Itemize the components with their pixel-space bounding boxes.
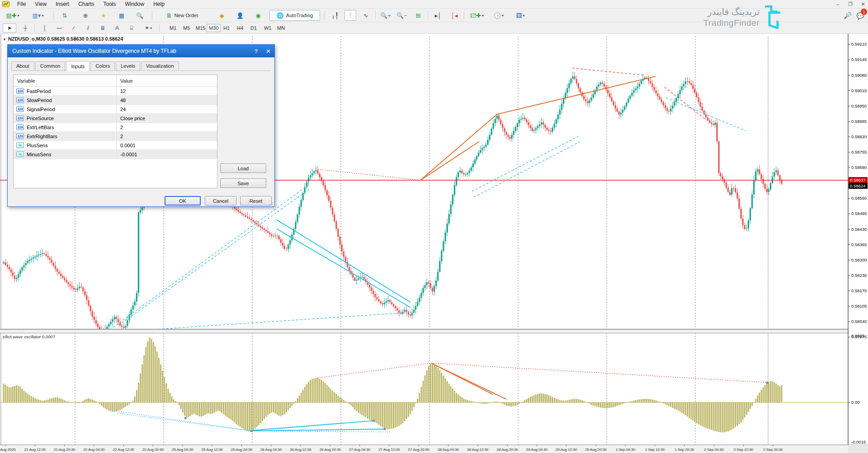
menu-item-charts[interactable]: Charts bbox=[74, 0, 99, 8]
svg-text:29 Aug 20:30: 29 Aug 20:30 bbox=[585, 448, 607, 452]
timeframe-m30[interactable]: M30 bbox=[207, 24, 221, 32]
tab-visualization[interactable]: Visualization bbox=[141, 61, 179, 70]
tab-colors[interactable]: Colors bbox=[90, 61, 115, 70]
candle-chart-icon[interactable]: 🕯 bbox=[344, 10, 356, 21]
panel-splitter[interactable] bbox=[0, 330, 868, 333]
ok-button[interactable]: OK bbox=[165, 196, 201, 205]
candle-body bbox=[753, 180, 755, 195]
timeframe-h1[interactable]: H1 bbox=[221, 24, 232, 32]
menu-item-view[interactable]: View bbox=[30, 0, 51, 8]
periods-button[interactable]: 🕓▾ bbox=[490, 10, 507, 21]
menu-item-help[interactable]: Help bbox=[149, 0, 169, 8]
market-watch-icon[interactable]: ⇅ bbox=[59, 10, 71, 21]
arrows-tool[interactable]: ✦▾ bbox=[140, 23, 156, 33]
param-row-plussens[interactable]: ½PlusSens0.0001 bbox=[14, 141, 217, 150]
resize-grip[interactable] bbox=[269, 201, 274, 205]
price-axis[interactable] bbox=[848, 34, 868, 445]
cancel-button[interactable]: Cancel bbox=[205, 196, 236, 205]
notifications-icon[interactable]: 💬1 bbox=[857, 12, 864, 19]
menu-item-window[interactable]: Window bbox=[121, 0, 149, 8]
candle-body bbox=[276, 236, 278, 236]
toolbar-grip[interactable] bbox=[324, 11, 326, 20]
menu-item-insert[interactable]: Insert bbox=[51, 0, 74, 8]
chart-shift-icon[interactable]: │◂ bbox=[448, 10, 460, 21]
param-row-slowperiod[interactable]: 123SlowPeriod48 bbox=[14, 96, 217, 105]
oscillator-bar bbox=[277, 402, 278, 415]
param-row-pricesource[interactable]: 123PriceSourceClose price bbox=[14, 114, 217, 123]
timeframe-w1[interactable]: W1 bbox=[262, 24, 274, 32]
tab-common[interactable]: Common bbox=[35, 61, 66, 70]
zoom-in-icon[interactable]: 🔍+ bbox=[380, 10, 392, 21]
vertical-line-tool[interactable]: │ bbox=[39, 23, 51, 33]
zoom-out-icon[interactable]: 🔍− bbox=[396, 10, 408, 21]
candle-body bbox=[363, 277, 365, 280]
profiles-button[interactable]: ▥▾▾ bbox=[28, 10, 48, 21]
dialog-title-bar[interactable]: Custom Indicator - Elliott Wave Oscillat… bbox=[8, 45, 274, 57]
param-row-extrleftbars[interactable]: 123ExtrLeftBars2 bbox=[14, 123, 217, 132]
load-button[interactable]: Load bbox=[220, 163, 266, 173]
strategy-tester-icon[interactable]: 🔍 bbox=[134, 10, 146, 21]
timeframe-m1[interactable]: M1 bbox=[167, 24, 179, 32]
param-row-fastperiod[interactable]: 123FastPeriod12 bbox=[14, 87, 217, 96]
oscillator-bar bbox=[49, 399, 51, 402]
new-order-button[interactable]: 🗎New Order bbox=[157, 10, 207, 21]
line-chart-icon[interactable]: ∿ bbox=[360, 10, 372, 21]
panel-splitter[interactable] bbox=[0, 333, 868, 333]
param-value[interactable]: Close price bbox=[117, 116, 145, 121]
panel-splitter[interactable] bbox=[0, 329, 868, 330]
horizontal-line-tool[interactable]: — bbox=[53, 23, 65, 33]
timeframe-d1[interactable]: D1 bbox=[248, 24, 259, 32]
tab-inputs[interactable]: Inputs bbox=[66, 61, 90, 71]
timeframe-m15[interactable]: M15 bbox=[193, 24, 208, 32]
search-icon[interactable]: 🔎 bbox=[844, 12, 852, 19]
menu-item-tools[interactable]: Tools bbox=[99, 0, 121, 8]
tab-about[interactable]: About bbox=[11, 61, 34, 70]
menu-item-file[interactable]: File bbox=[13, 0, 30, 8]
param-value[interactable]: 2 bbox=[117, 134, 123, 139]
oscillator-bar bbox=[668, 402, 670, 406]
indicators-button[interactable]: 🗠✚▾ bbox=[468, 10, 486, 21]
label-tool[interactable]: ⌸ bbox=[126, 23, 137, 33]
parameters-table[interactable]: Variable Value 123FastPeriod12123SlowPer… bbox=[13, 75, 217, 188]
trendline-tool[interactable]: ∕ bbox=[68, 23, 80, 33]
param-value[interactable]: 24 bbox=[117, 107, 126, 112]
save-button[interactable]: Save bbox=[220, 178, 266, 188]
param-row-extrrightbars[interactable]: 123ExtrRightBars2 bbox=[14, 132, 217, 141]
param-value[interactable]: 48 bbox=[117, 98, 126, 103]
cursor-tool[interactable]: ➤ bbox=[3, 23, 16, 33]
fibonacci-tool[interactable]: ≣ bbox=[97, 23, 108, 33]
param-row-minussens[interactable]: ½MinusSens-0.0001 bbox=[14, 150, 217, 159]
data-window-icon[interactable]: ⊕ bbox=[80, 10, 91, 21]
signals-icon[interactable]: ◉ bbox=[252, 10, 264, 21]
metaeditor-icon[interactable]: 👤 bbox=[234, 10, 246, 21]
deposit-icon[interactable]: ◆ bbox=[216, 10, 228, 21]
elliott-dot bbox=[184, 417, 187, 419]
param-value[interactable]: -0.0001 bbox=[117, 152, 137, 157]
tab-levels[interactable]: Levels bbox=[116, 61, 140, 70]
minimize-button[interactable]: – bbox=[835, 1, 841, 7]
channel-tool[interactable]: ⫽ bbox=[82, 23, 94, 33]
bar-chart-icon[interactable]: ╷╿ bbox=[329, 10, 341, 21]
restore-button[interactable]: ❐ bbox=[847, 1, 854, 7]
timeframe-mn[interactable]: MN bbox=[275, 24, 287, 32]
new-chart-button[interactable]: ▤✚▾ bbox=[3, 10, 23, 21]
dialog-close-button[interactable]: ✕ bbox=[266, 48, 271, 55]
text-tool[interactable]: A bbox=[111, 23, 123, 33]
autotrading-button[interactable]: 🌐AutoTrading bbox=[269, 10, 320, 21]
timeframe-h4[interactable]: H4 bbox=[235, 24, 245, 32]
crosshair-tool[interactable]: ┼ bbox=[19, 23, 32, 33]
terminal-icon[interactable]: ▦ bbox=[116, 10, 127, 21]
tile-windows-icon[interactable]: ⊞ bbox=[412, 10, 424, 21]
param-row-signalperiod[interactable]: 123SignalPeriod24 bbox=[14, 105, 217, 114]
timeframe-m5[interactable]: M5 bbox=[181, 24, 192, 32]
templates-button[interactable]: 🖼▾ bbox=[512, 10, 529, 21]
navigator-icon[interactable]: ★ bbox=[98, 10, 109, 21]
reset-button[interactable]: Reset bbox=[240, 196, 272, 205]
param-value[interactable]: 2 bbox=[117, 125, 123, 130]
dialog-help-button[interactable]: ? bbox=[255, 48, 258, 55]
param-value[interactable]: 12 bbox=[117, 89, 126, 94]
collapse-icon[interactable]: ▼ bbox=[3, 37, 6, 42]
auto-scroll-icon[interactable]: ▸│ bbox=[432, 10, 444, 21]
close-button[interactable]: ✕ bbox=[860, 1, 866, 7]
param-value[interactable]: 0.0001 bbox=[117, 143, 136, 148]
